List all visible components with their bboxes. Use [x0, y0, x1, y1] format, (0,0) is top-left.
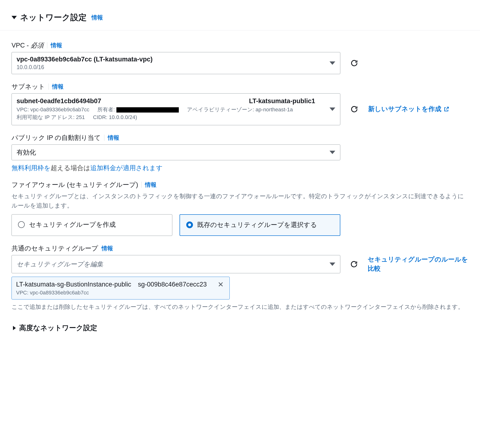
public-ip-value: 有効化 — [17, 148, 36, 157]
refresh-icon — [350, 105, 358, 113]
vpc-refresh-button[interactable] — [349, 58, 360, 68]
notice-link-2[interactable]: 追加料金が適用されます — [90, 164, 163, 172]
vpc-label: VPC - 必須 — [12, 41, 44, 50]
public-ip-select[interactable]: 有効化 — [12, 144, 340, 160]
radio-existing-sg-label: 既存のセキュリティグループを選択する — [197, 221, 317, 230]
advanced-label: 高度なネットワーク設定 — [19, 323, 97, 333]
firewall-desc: セキュリティグループとは、インスタンスのトラフィックを制御する一連のファイアウォ… — [12, 191, 468, 210]
sg-chip-id: sg-009b8c46e87cecc23 — [138, 281, 207, 288]
field-vpc: VPC - 必須 情報 vpc-0a89336eb9c6ab7cc (LT-ka… — [12, 41, 468, 74]
advanced-network-toggle[interactable]: 高度なネットワーク設定 — [12, 321, 468, 333]
caret-right-icon — [13, 326, 16, 330]
subnet-name: LT-katsumata-public1 — [249, 98, 330, 105]
vpc-value: vpc-0a89336eb9c6ab7cc (LT-katsumata-vpc) — [17, 56, 153, 63]
section-toggle[interactable]: ネットワーク設定 — [12, 12, 87, 23]
divider — [141, 182, 141, 188]
subnet-cidr: CIDR: 10.0.0.0/24) — [93, 113, 137, 121]
section-title-text: ネットワーク設定 — [20, 12, 87, 23]
info-link-vpc[interactable]: 情報 — [51, 42, 62, 49]
refresh-icon — [350, 260, 358, 268]
radio-icon-on — [186, 222, 193, 228]
common-sg-help: ここで追加または削除したセキュリティグループは、すべてのネットワークインターフェ… — [12, 302, 468, 311]
divider — [104, 135, 104, 141]
network-settings-header: ネットワーク設定 情報 — [0, 0, 480, 30]
firewall-radio-group: セキュリティグループを作成 既存のセキュリティグループを選択する — [12, 214, 468, 236]
info-link-common-sg[interactable]: 情報 — [101, 245, 113, 252]
subnet-label: サブネット — [12, 82, 45, 91]
common-sg-placeholder: セキュリティグループを編集 — [17, 260, 103, 268]
vpc-cidr: 10.0.0.0/16 — [17, 64, 153, 70]
external-link-icon — [443, 106, 450, 112]
info-link-header[interactable]: 情報 — [92, 14, 103, 21]
radio-existing-sg[interactable]: 既存のセキュリティグループを選択する — [180, 214, 340, 236]
sg-chip-sub: VPC: vpc-0a89336eb9c6ab7cc — [16, 290, 225, 296]
refresh-icon — [350, 59, 358, 67]
firewall-label: ファイアウォール (セキュリティグループ) — [12, 181, 138, 189]
info-link-subnet[interactable]: 情報 — [52, 83, 64, 91]
free-tier-notice: 無料利用枠を超える場合は追加料金が適用されます — [12, 164, 468, 172]
common-sg-label: 共通のセキュリティグループ — [12, 244, 98, 253]
chevron-down-icon — [330, 61, 335, 65]
subnet-ips: 利用可能な IP アドレス: 251 — [17, 113, 85, 121]
info-link-firewall[interactable]: 情報 — [145, 181, 156, 189]
subnet-az: アベイラビリティーゾーン: ap-northeast-1a — [187, 106, 293, 113]
subnet-vpc: VPC: vpc-0a89336eb9c6ab7cc — [17, 106, 89, 113]
radio-create-sg-label: セキュリティグループを作成 — [29, 220, 116, 229]
common-sg-refresh-button[interactable] — [349, 259, 359, 269]
caret-down-icon — [12, 16, 17, 19]
vpc-select[interactable]: vpc-0a89336eb9c6ab7cc (LT-katsumata-vpc)… — [12, 52, 340, 74]
sg-chip: LT-katsumata-sg-BustionInstance-public s… — [12, 277, 230, 300]
field-firewall: ファイアウォール (セキュリティグループ) 情報 セキュリティグループとは、イン… — [12, 181, 468, 236]
field-subnet: サブネット 情報 subnet-0eadfe1cbd6494b07 LT-kat… — [12, 82, 468, 125]
divider — [47, 42, 47, 49]
subnet-refresh-button[interactable] — [349, 104, 360, 114]
subnet-id: subnet-0eadfe1cbd6494b07 — [17, 98, 101, 105]
field-common-sg: 共通のセキュリティグループ 情報 セキュリティグループを編集 セキュリティグルー… — [12, 244, 468, 311]
radio-create-sg[interactable]: セキュリティグループを作成 — [12, 214, 172, 236]
sg-chip-remove[interactable]: ✕ — [216, 280, 225, 289]
subnet-select[interactable]: subnet-0eadfe1cbd6494b07 LT-katsumata-pu… — [12, 93, 340, 125]
create-subnet-link[interactable]: 新しいサブネットを作成 — [368, 105, 450, 114]
divider — [49, 84, 49, 90]
compare-sg-link[interactable]: セキュリティグループのルールを比較 — [368, 255, 468, 273]
sg-chip-name: LT-katsumata-sg-BustionInstance-public — [16, 281, 131, 288]
common-sg-select[interactable]: セキュリティグループを編集 — [12, 255, 340, 273]
chevron-down-icon — [330, 107, 335, 111]
redacted-owner — [116, 107, 179, 112]
notice-link-1[interactable]: 無料利用枠を — [12, 164, 51, 172]
chevron-down-icon — [330, 263, 335, 266]
field-public-ip: パブリック IP の自動割り当て 情報 有効化 無料利用枠を超える場合は追加料金… — [12, 133, 468, 172]
info-link-public-ip[interactable]: 情報 — [108, 134, 119, 142]
chevron-down-icon — [330, 151, 335, 154]
public-ip-label: パブリック IP の自動割り当て — [12, 133, 101, 142]
radio-icon-off — [18, 221, 25, 228]
subnet-owner: 所有者: — [98, 106, 179, 113]
